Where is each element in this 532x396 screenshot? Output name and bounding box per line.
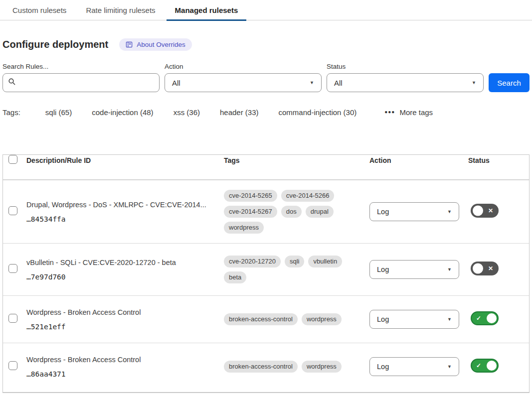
tag-filter-header[interactable]: header (33) (220, 108, 259, 117)
row-checkbox[interactable] (8, 264, 17, 273)
action-filter-label: Action (165, 63, 322, 70)
page-header: Configure deployment About Overrides (2, 38, 530, 51)
status-toggle[interactable] (471, 262, 499, 275)
tag-filter-xss[interactable]: xss (36) (174, 108, 200, 117)
search-rules-label: Search Rules... (2, 63, 160, 70)
toggle-knob (487, 313, 497, 323)
tag-pill: wordpress (302, 361, 342, 373)
status-toggle[interactable] (471, 204, 499, 218)
rules-table: Description/Rule ID Tags Action Status D… (2, 154, 530, 393)
row-action-select[interactable]: Log ▼ (369, 260, 459, 279)
tag-filter-command-injection[interactable]: command-injection (30) (279, 108, 357, 117)
row-action-select[interactable]: Log ▼ (369, 357, 459, 376)
chevron-down-icon: ▼ (447, 209, 452, 214)
col-status: Status (468, 156, 529, 164)
chevron-down-icon: ▼ (447, 364, 452, 369)
toggle-knob (473, 206, 483, 216)
row-action-value: Log (377, 265, 389, 273)
tag-pill: drupal (306, 206, 334, 218)
rule-description: vBulletin - SQLi - CVE:CVE-2020-12720 - … (26, 258, 210, 268)
table-header: Description/Rule ID Tags Action Status (3, 155, 529, 180)
col-action: Action (369, 156, 468, 164)
action-filter-select[interactable]: All ▼ (165, 73, 322, 92)
table-row: Wordpress - Broken Access Control …86aa4… (3, 343, 529, 390)
table-bottom-edge (3, 390, 529, 393)
rule-tags: broken-access-controlwordpress (224, 313, 366, 325)
search-rules-field[interactable] (2, 73, 160, 92)
tag-pill: cve-2014-5267 (224, 206, 277, 218)
toggle-state-icon (488, 207, 493, 214)
action-filter-value: All (172, 79, 180, 87)
page-title: Configure deployment (2, 39, 108, 50)
status-toggle[interactable] (471, 311, 499, 325)
status-filter-value: All (334, 79, 343, 87)
rule-tags: cve-2020-12720sqlivbulletinbeta (224, 256, 366, 283)
col-description: Description/Rule ID (26, 156, 224, 164)
rule-tags: broken-access-controlwordpress (224, 361, 366, 373)
tag-pill: vbulletin (308, 256, 342, 267)
rule-tags: cve-2014-5265cve-2014-5266cve-2014-5267d… (224, 190, 366, 234)
tags-bar: Tags: sqli (65) code-injection (48) xss … (2, 108, 530, 117)
tag-pill: cve-2020-12720 (224, 256, 281, 267)
rule-description: Drupal, Wordpress - DoS - XMLRPC - CVE:C… (26, 200, 210, 210)
chevron-down-icon: ▼ (447, 267, 452, 272)
tag-pill: sqli (285, 256, 305, 267)
table-row: Drupal, Wordpress - DoS - XMLRPC - CVE:C… (3, 180, 529, 243)
row-action-value: Log (377, 315, 389, 323)
tag-filter-sqli[interactable]: sqli (65) (45, 108, 72, 117)
status-filter-select[interactable]: All ▼ (327, 73, 484, 92)
tag-pill: cve-2014-5265 (224, 190, 277, 202)
tag-pill: wordpress (302, 313, 342, 325)
status-toggle[interactable] (471, 359, 499, 373)
row-action-value: Log (377, 208, 389, 216)
chevron-down-icon: ▼ (310, 80, 314, 85)
row-checkbox[interactable] (8, 361, 17, 370)
chevron-down-icon: ▼ (447, 317, 452, 322)
book-icon (126, 41, 133, 48)
tag-pill: broken-access-control (224, 361, 298, 373)
tag-pill: cve-2014-5266 (281, 190, 335, 202)
search-button[interactable]: Search (489, 73, 530, 92)
table-row: vBulletin - SQLi - CVE:CVE-2020-12720 - … (3, 243, 529, 295)
chevron-down-icon: ▼ (472, 80, 476, 85)
row-checkbox[interactable] (8, 206, 17, 215)
row-action-select[interactable]: Log ▼ (369, 202, 459, 221)
about-overrides-label: About Overrides (137, 41, 185, 48)
filter-row: Search Rules... Action All ▼ Status (2, 63, 530, 92)
rule-id: …86aa4371 (26, 370, 210, 378)
search-rules-input[interactable] (20, 79, 154, 87)
tab-custom-rulesets[interactable]: Custom rulesets (12, 0, 66, 20)
table-row: Wordpress - Broken Access Control …521e1… (3, 295, 529, 343)
rule-description: Wordpress - Broken Access Control (26, 355, 210, 365)
toggle-state-icon (476, 315, 481, 322)
toggle-state-icon (488, 265, 493, 272)
tag-filter-code-injection[interactable]: code-injection (48) (92, 108, 153, 117)
tag-pill: beta (224, 271, 246, 283)
toggle-state-icon (476, 362, 481, 369)
toggle-knob (473, 264, 483, 274)
status-filter-label: Status (327, 63, 484, 70)
tag-pill: wordpress (224, 222, 264, 234)
ruleset-tabs: Custom rulesets Rate limiting rulesets M… (0, 0, 532, 20)
search-icon (8, 78, 16, 88)
rule-description: Wordpress - Broken Access Control (26, 308, 210, 318)
tab-managed-rulesets[interactable]: Managed rulesets (175, 0, 238, 20)
row-action-select[interactable]: Log ▼ (369, 310, 459, 329)
row-checkbox[interactable] (8, 314, 17, 323)
tags-label: Tags: (2, 108, 20, 117)
select-all-checkbox[interactable] (8, 155, 17, 164)
rule-id: …521e1eff (26, 323, 210, 331)
tag-pill: broken-access-control (224, 313, 298, 325)
more-tags-label: More tags (399, 108, 433, 117)
rule-id: …84534ffa (26, 215, 210, 223)
tag-pill: dos (281, 206, 302, 218)
more-tags-button[interactable]: ●●● More tags (384, 108, 433, 117)
about-overrides-badge[interactable]: About Overrides (119, 38, 192, 51)
toggle-knob (487, 361, 497, 371)
col-tags: Tags (224, 156, 369, 164)
tab-rate-limiting-rulesets[interactable]: Rate limiting rulesets (86, 0, 155, 20)
ellipsis-icon: ●●● (384, 109, 395, 115)
rule-id: …7e97d760 (26, 273, 210, 281)
row-action-value: Log (377, 363, 389, 371)
